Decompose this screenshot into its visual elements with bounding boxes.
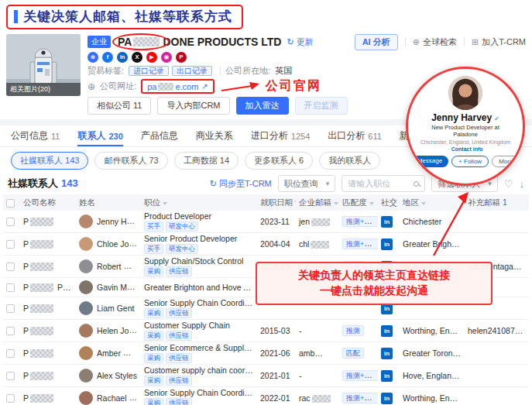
profile-buttons: Message + Follow More bbox=[408, 156, 523, 167]
tab-label: 出口分析 bbox=[328, 129, 365, 142]
linkedin-icon[interactable]: in bbox=[381, 348, 393, 359]
tab-count: 230 bbox=[108, 132, 122, 141]
website-label: 公司网址: bbox=[100, 81, 136, 92]
cell-name: Gavin Meeks bbox=[76, 278, 141, 297]
add-radar-button[interactable]: 加入雷达 bbox=[236, 97, 289, 115]
contact-name[interactable]: Helen Johnstone bbox=[97, 325, 141, 335]
import-crm-button[interactable]: 导入内部CRM bbox=[157, 97, 229, 115]
join-tcrm-button[interactable]: ⊞加入T-CRM bbox=[472, 36, 526, 48]
masked-text bbox=[30, 304, 53, 313]
pill-更多联系人[interactable]: 更多联系人 6 bbox=[245, 152, 313, 170]
title-annotation-box: 关键决策人邮箱、社媒等联系方式 bbox=[6, 5, 243, 29]
masked-text bbox=[30, 394, 53, 403]
linkedin-icon[interactable]: in bbox=[381, 325, 393, 337]
cell-social: in bbox=[378, 365, 400, 387]
sync-tcrm-button[interactable]: ↻同步至T-CRM bbox=[210, 178, 272, 190]
row-checkbox[interactable] bbox=[6, 304, 15, 313]
contact-name[interactable]: Gavin Meeks bbox=[97, 282, 141, 292]
global-search-button[interactable]: ⊕全球检索 bbox=[413, 36, 457, 48]
tab-label: 商业关系 bbox=[196, 129, 233, 142]
job-search-input[interactable]: 请输入职位 bbox=[342, 175, 425, 192]
position-tag: 采购 bbox=[144, 398, 163, 405]
filter-icon[interactable] bbox=[334, 202, 338, 205]
row-checkbox[interactable] bbox=[6, 218, 15, 226]
filter-icon[interactable] bbox=[163, 202, 167, 205]
row-checkbox[interactable] bbox=[6, 263, 15, 271]
tab-联系人[interactable]: 联系人230 bbox=[77, 125, 122, 146]
tab-商业关系[interactable]: 商业关系 bbox=[196, 125, 233, 146]
tab-进口分析[interactable]: 进口分析1254 bbox=[251, 125, 310, 146]
trade-tag[interactable]: 进口记录 bbox=[129, 66, 169, 76]
favorite-icon[interactable]: ♡ bbox=[504, 178, 513, 190]
contact-name[interactable]: Alex Styles bbox=[97, 371, 137, 380]
contact-name[interactable]: Rachael Kelly bbox=[97, 393, 141, 403]
sort-icon[interactable]: ⇅ bbox=[294, 199, 296, 207]
pill-社媒联系人[interactable]: 社媒联系人 143 bbox=[11, 152, 88, 170]
website-icon[interactable]: ⊕ bbox=[88, 52, 98, 63]
cell-match: 推测+验证 bbox=[339, 365, 378, 387]
pill-工商数据[interactable]: 工商数据 14 bbox=[174, 152, 239, 170]
cell-email: amb bbox=[296, 342, 339, 365]
row-checkbox[interactable] bbox=[6, 327, 15, 335]
youtube-icon[interactable]: ▶ bbox=[146, 52, 157, 63]
trade-tag[interactable]: 出口记录 bbox=[172, 66, 212, 76]
instagram-icon[interactable]: ◉ bbox=[161, 52, 172, 63]
tab-公司信息[interactable]: 公司信息11 bbox=[11, 125, 60, 146]
contact-info-link[interactable]: Contact info bbox=[451, 146, 483, 152]
linkedin-icon[interactable]: in bbox=[381, 216, 393, 228]
cell-position: Product Developer买手研发中心 bbox=[141, 211, 257, 233]
cell-name: Amber Whitty bbox=[76, 342, 141, 365]
avatar bbox=[79, 346, 93, 360]
follow-button[interactable]: + Follow bbox=[451, 156, 489, 167]
pill-邮件联系人[interactable]: 邮件联系人 73 bbox=[94, 152, 167, 170]
page-title-row: 关键决策人邮箱、社媒等联系方式 bbox=[6, 5, 532, 29]
contact-name[interactable]: Amber Whitty bbox=[97, 348, 141, 358]
contact-name[interactable]: Robert Monta... bbox=[97, 261, 141, 271]
pill-我的联系人[interactable]: 我的联系人 bbox=[319, 152, 380, 170]
position-tag: 采购 bbox=[144, 353, 163, 363]
website-suffix: e.com bbox=[175, 82, 198, 91]
job-category-select[interactable]: 职位查询▾ bbox=[278, 175, 336, 192]
arrow-to-profile-annotation bbox=[424, 189, 479, 260]
row-checkbox[interactable] bbox=[6, 283, 15, 292]
masked-text bbox=[30, 240, 53, 249]
col-email: 企业邮箱 bbox=[296, 194, 339, 211]
profile-location: Chichester, England, United Kingdom · Co… bbox=[408, 139, 523, 153]
linkedin-icon[interactable]: in bbox=[117, 52, 128, 63]
website-link[interactable]: pae.com ↗ bbox=[141, 79, 215, 94]
tab-label: 公司信息 bbox=[11, 129, 48, 142]
company-photo[interactable]: 相关图片(20) bbox=[6, 34, 81, 96]
cell-select bbox=[3, 387, 20, 405]
x-twitter-icon[interactable]: X bbox=[132, 52, 142, 63]
contact-name[interactable]: Chloe Jones bbox=[97, 239, 141, 249]
cell-date: 2023-11 bbox=[257, 211, 296, 233]
tab-产品信息[interactable]: 产品信息 bbox=[141, 125, 178, 146]
facebook-icon[interactable]: f bbox=[102, 52, 113, 63]
col-select bbox=[3, 194, 20, 211]
linkedin-icon[interactable]: in bbox=[381, 370, 393, 382]
cell-social: in bbox=[378, 320, 400, 342]
row-checkbox[interactable] bbox=[6, 240, 15, 249]
row-checkbox[interactable] bbox=[6, 394, 15, 403]
cell-date: 2021-06 bbox=[257, 342, 296, 365]
position-title: Customer supply chain coordinator bbox=[144, 366, 254, 375]
filter-icon[interactable] bbox=[369, 202, 374, 205]
contact-name[interactable]: Jenny Harvey bbox=[97, 216, 141, 226]
cell-select bbox=[3, 365, 20, 387]
refresh-link[interactable]: ↻更新 bbox=[287, 36, 313, 48]
row-checkbox[interactable] bbox=[6, 349, 15, 358]
pinterest-icon[interactable]: P bbox=[176, 52, 187, 63]
tab-出口分析[interactable]: 出口分析611 bbox=[328, 125, 382, 146]
linkedin-icon[interactable]: in bbox=[381, 393, 393, 404]
similar-companies-button[interactable]: 相似公司 11 bbox=[88, 97, 151, 115]
start-monitor-button[interactable]: 开启监测 bbox=[295, 97, 348, 115]
linkedin-icon[interactable]: in bbox=[381, 239, 393, 250]
position-tag: 供应链 bbox=[166, 331, 192, 341]
row-checkbox[interactable] bbox=[6, 372, 15, 380]
ai-analyze-button[interactable]: AI 分析 bbox=[355, 34, 398, 50]
contact-name[interactable]: Liam Gent bbox=[97, 304, 134, 313]
download-icon[interactable]: ↓ bbox=[520, 178, 525, 190]
cell-select bbox=[3, 211, 20, 233]
select-all-checkbox[interactable] bbox=[6, 199, 15, 208]
match-badge: 推测 bbox=[342, 325, 364, 336]
